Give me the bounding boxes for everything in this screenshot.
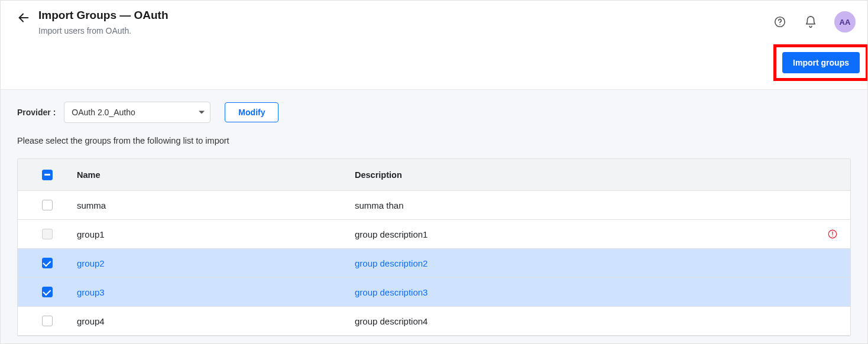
import-highlight-box: Import groups [773,44,868,81]
row-description: group description4 [355,316,815,326]
provider-row: Provider : OAuth 2.0_Autho Modify [17,102,851,123]
table-row[interactable]: summasumma than [18,191,850,220]
page-subtitle: Import users from OAuth. [38,26,169,35]
row-name: group3 [77,287,355,297]
svg-point-5 [832,236,833,237]
action-bar: Import groups [1,41,867,89]
row-checkbox [42,229,53,239]
groups-table: Name Description summasumma thangroup1gr… [17,158,851,336]
row-name: summa [77,200,355,210]
instruction-text: Please select the groups from the follow… [17,136,851,145]
row-checkbox-cell [18,287,77,297]
row-checkbox[interactable] [42,287,53,297]
svg-point-2 [779,24,780,25]
table-row[interactable]: group2group description2 [18,249,850,278]
table-header: Name Description [18,159,850,191]
help-icon[interactable] [773,15,787,29]
user-avatar[interactable]: AA [834,11,856,33]
warning-icon [827,229,838,239]
table-row[interactable]: group1group description1 [18,220,850,249]
row-description: group description3 [355,287,815,297]
select-all-checkbox[interactable] [42,170,53,180]
table-row[interactable]: group4group description4 [18,307,850,336]
row-description: summa than [355,200,815,210]
column-header-name: Name [77,170,355,180]
title-block: Import Groups — OAuth Import users from … [38,9,169,35]
bell-icon[interactable] [804,15,818,29]
row-description: group description1 [355,229,815,239]
row-checkbox[interactable] [42,258,53,268]
row-checkbox[interactable] [42,316,53,326]
import-groups-button[interactable]: Import groups [782,52,860,73]
table-body: summasumma thangroup1group description1g… [18,191,850,336]
row-checkbox-cell [18,200,77,210]
provider-select[interactable]: OAuth 2.0_Autho [64,102,210,123]
row-warning-cell [815,229,850,239]
provider-select-wrap: OAuth 2.0_Autho [64,102,210,123]
modify-button[interactable]: Modify [225,102,278,122]
provider-label: Provider : [17,108,56,117]
page-title: Import Groups — OAuth [38,9,169,22]
row-checkbox-cell [18,229,77,239]
row-checkbox-cell [18,258,77,268]
row-name: group1 [77,229,355,239]
column-header-description: Description [355,170,815,180]
top-bar-left: Import Groups — OAuth Import users from … [17,9,773,35]
table-row[interactable]: group3group description3 [18,278,850,307]
header-checkbox-cell [18,170,77,180]
row-checkbox[interactable] [42,200,53,210]
row-description: group description2 [355,258,815,268]
top-bar: Import Groups — OAuth Import users from … [1,1,867,41]
content-area: Provider : OAuth 2.0_Autho Modify Please… [1,89,867,344]
provider-selected-value: OAuth 2.0_Autho [72,108,135,117]
row-name: group2 [77,258,355,268]
top-bar-right: AA [773,9,856,33]
row-name: group4 [77,316,355,326]
row-checkbox-cell [18,316,77,326]
back-arrow-icon[interactable] [17,11,30,24]
